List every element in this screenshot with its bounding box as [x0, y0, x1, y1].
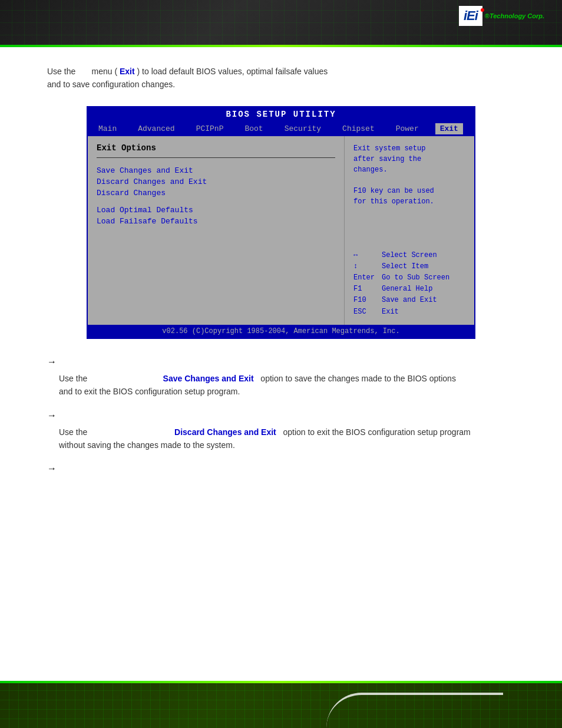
- logo-area: iEi ®Technology Corp.: [459, 6, 544, 26]
- bullet-section-1: → Use the Save Changes and Exit option t…: [47, 357, 515, 398]
- bullet1-highlight: Save Changes and Exit: [163, 374, 254, 383]
- key-row-enter: Enter Go to Sub Screen: [353, 272, 465, 284]
- logo-tagline: ®Technology Corp.: [485, 12, 544, 19]
- intro-line1-start: Use the: [47, 67, 75, 76]
- bullet-section-3: →: [47, 463, 515, 474]
- bios-section-title: Exit Options: [97, 143, 335, 153]
- key-row-select-screen: ↔ Select Screen: [353, 250, 465, 261]
- nav-boot[interactable]: Boot: [240, 123, 267, 134]
- bios-load-optimal[interactable]: Load Optimal Defaults: [97, 205, 335, 216]
- footer-bar: [0, 681, 562, 728]
- bios-footer: v02.56 (C)Copyright 1985-2004, American …: [88, 325, 474, 338]
- key-label-select-item: Select Item: [382, 261, 428, 272]
- header-bar: iEi ®Technology Corp.: [0, 0, 562, 47]
- intro-line2: and to save configuration changes.: [47, 80, 175, 89]
- key-row-esc: ESC Exit: [353, 307, 465, 318]
- key-label-enter: Go to Sub Screen: [382, 272, 449, 284]
- key-label-f1: General Help: [382, 284, 432, 295]
- arrow-1: →: [47, 357, 515, 367]
- bios-left-panel: Exit Options Save Changes and Exit Disca…: [88, 136, 345, 325]
- nav-pcipnp[interactable]: PCIPnP: [191, 123, 229, 134]
- nav-exit[interactable]: Exit: [435, 123, 463, 134]
- bios-discard-exit[interactable]: Discard Changes and Exit: [97, 176, 335, 187]
- nav-main[interactable]: Main: [94, 123, 121, 134]
- bullet-content-2: Use the Discard Changes and Exit option …: [47, 426, 515, 452]
- bios-save-exit[interactable]: Save Changes and Exit: [97, 165, 335, 176]
- nav-chipset[interactable]: Chipset: [338, 123, 379, 134]
- key-label-esc: Exit: [382, 307, 399, 318]
- key-row-select-item: ↕ Select Item: [353, 261, 465, 272]
- iei-logo: iEi: [459, 6, 482, 26]
- intro-menu-label: menu (: [91, 67, 117, 76]
- key-row-f1: F1 General Help: [353, 284, 465, 295]
- bios-nav: Main Advanced PCIPnP Boot Security Chips…: [88, 121, 474, 136]
- arrow-3: →: [47, 463, 515, 474]
- bios-main: Exit Options Save Changes and Exit Disca…: [88, 136, 474, 325]
- bios-right-panel: Exit system setup after saving the chang…: [345, 136, 474, 325]
- bios-load-failsafe[interactable]: Load Failsafe Defaults: [97, 216, 335, 227]
- key-sym-arrows: ↔: [353, 250, 377, 261]
- key-sym-f10: F10: [353, 295, 377, 306]
- bullet-content-1: Use the Save Changes and Exit option to …: [47, 372, 515, 398]
- footer-curve: [326, 693, 503, 728]
- bios-divider: [97, 157, 335, 158]
- intro-exit-label: Exit: [120, 67, 135, 76]
- bullet-section-2: → Use the Discard Changes and Exit optio…: [47, 410, 515, 452]
- key-row-f10: F10 Save and Exit: [353, 295, 465, 306]
- nav-security[interactable]: Security: [280, 123, 326, 134]
- intro-paragraph: Use the menu ( Exit ) to load default BI…: [47, 65, 515, 91]
- key-label-select-screen: Select Screen: [382, 250, 437, 261]
- arrow-2: →: [47, 410, 515, 421]
- intro-line1-end: ) to load default BIOS values, optimal f…: [137, 67, 328, 76]
- nav-advanced[interactable]: Advanced: [133, 123, 179, 134]
- key-sym-updown: ↕: [353, 261, 377, 272]
- bios-discard[interactable]: Discard Changes: [97, 187, 335, 199]
- bios-screenshot: BIOS SETUP UTILITY Main Advanced PCIPnP …: [87, 106, 475, 339]
- key-sym-esc: ESC: [353, 307, 377, 318]
- bios-help-text: Exit system setup after saving the chang…: [353, 143, 465, 207]
- bios-title: BIOS SETUP UTILITY: [88, 107, 474, 121]
- key-sym-enter: Enter: [353, 272, 377, 284]
- nav-power[interactable]: Power: [391, 123, 424, 134]
- main-content: Use the menu ( Exit ) to load default BI…: [0, 47, 562, 498]
- key-label-f10: Save and Exit: [382, 295, 437, 306]
- key-sym-f1: F1: [353, 284, 377, 295]
- bullet2-highlight: Discard Changes and Exit: [174, 427, 276, 437]
- bios-keys: ↔ Select Screen ↕ Select Item Enter Go t…: [353, 250, 465, 318]
